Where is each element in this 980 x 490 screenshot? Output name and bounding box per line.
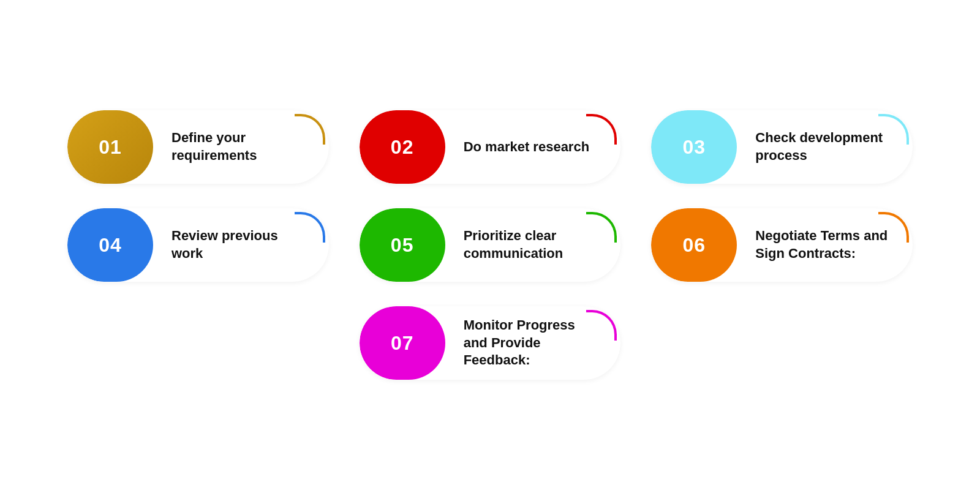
badge-03: 03 (651, 110, 737, 184)
card-inner-05: 05 Prioritize clear communication (360, 208, 621, 282)
card-label-01: Define your requirements (153, 129, 329, 164)
card-03: 03 Check development process (651, 110, 913, 184)
badge-01: 01 (67, 110, 153, 184)
card-label-02: Do market research (445, 138, 621, 156)
card-02: 02 Do market research (360, 110, 621, 184)
badge-04: 04 (67, 208, 153, 282)
card-inner-04: 04 Review previous work (67, 208, 329, 282)
card-inner-06: 06 Negotiate Terms and Sign Contracts: (651, 208, 913, 282)
cards-grid: 01 Define your requirements 02 Do market… (67, 110, 913, 282)
card-label-07: Monitor Progress and Provide Feedback: (445, 317, 621, 369)
card-label-04: Review previous work (153, 227, 329, 262)
card-inner-02: 02 Do market research (360, 110, 621, 184)
card-04: 04 Review previous work (67, 208, 329, 282)
bottom-row: 07 Monitor Progress and Provide Feedback… (67, 306, 913, 380)
card-inner-07: 07 Monitor Progress and Provide Feedback… (360, 306, 621, 380)
badge-05: 05 (360, 208, 445, 282)
card-label-06: Negotiate Terms and Sign Contracts: (737, 227, 913, 262)
card-05: 05 Prioritize clear communication (360, 208, 621, 282)
badge-02: 02 (360, 110, 445, 184)
main-container: 01 Define your requirements 02 Do market… (31, 86, 949, 404)
badge-06: 06 (651, 208, 737, 282)
badge-07: 07 (360, 306, 445, 380)
card-07: 07 Monitor Progress and Provide Feedback… (360, 306, 621, 380)
card-label-05: Prioritize clear communication (445, 227, 621, 262)
card-01: 01 Define your requirements (67, 110, 329, 184)
card-06: 06 Negotiate Terms and Sign Contracts: (651, 208, 913, 282)
card-inner-01: 01 Define your requirements (67, 110, 329, 184)
card-label-03: Check development process (737, 129, 913, 164)
card-inner-03: 03 Check development process (651, 110, 913, 184)
